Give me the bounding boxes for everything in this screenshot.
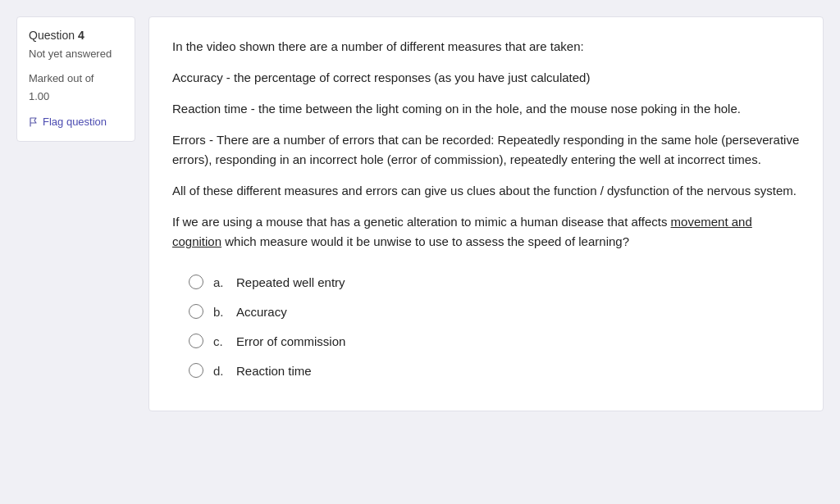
option-b-letter: b. bbox=[213, 305, 226, 319]
last-para-prefix: If we are using a mouse that has a genet… bbox=[172, 215, 671, 229]
question-status: Not yet answered bbox=[29, 47, 123, 61]
page-container: Question 4 Not yet answered Marked out o… bbox=[16, 16, 824, 411]
option-a-letter: a. bbox=[213, 275, 226, 289]
option-d-letter: d. bbox=[213, 364, 226, 378]
paragraph-3: Reaction time - the time between the lig… bbox=[172, 99, 800, 119]
option-b-text: Accuracy bbox=[236, 305, 287, 319]
answer-options: a. Repeated well entry b. Accuracy c. Er… bbox=[172, 275, 800, 378]
paragraph-1: In the video shown there are a number of… bbox=[172, 37, 800, 57]
option-a-text: Repeated well entry bbox=[236, 275, 345, 289]
radio-c[interactable] bbox=[189, 334, 203, 348]
radio-a[interactable] bbox=[189, 275, 203, 289]
option-c-text: Error of commission bbox=[236, 334, 345, 348]
flag-question-container[interactable]: Flag question bbox=[29, 115, 123, 129]
flag-icon bbox=[29, 117, 39, 127]
main-content: In the video shown there are a number of… bbox=[148, 16, 824, 411]
paragraph-2: Accuracy - the percentage of correct res… bbox=[172, 68, 800, 88]
option-c[interactable]: c. Error of commission bbox=[189, 334, 800, 348]
sidebar: Question 4 Not yet answered Marked out o… bbox=[16, 16, 135, 142]
option-b[interactable]: b. Accuracy bbox=[189, 304, 800, 319]
option-d-text: Reaction time bbox=[236, 364, 312, 378]
paragraph-5: All of these different measures and erro… bbox=[172, 181, 800, 201]
last-para-suffix: which measure would it be unwise to use … bbox=[221, 234, 629, 248]
marked-out-of-label: Marked out of bbox=[29, 71, 123, 86]
option-d[interactable]: d. Reaction time bbox=[189, 363, 800, 378]
option-a[interactable]: a. Repeated well entry bbox=[189, 275, 800, 289]
radio-d[interactable] bbox=[189, 363, 203, 378]
paragraph-6: If we are using a mouse that has a genet… bbox=[172, 212, 800, 252]
marked-out-of-value: 1.00 bbox=[29, 89, 123, 104]
option-c-letter: c. bbox=[213, 334, 226, 348]
paragraph-4: Errors - There are a number of errors th… bbox=[172, 130, 800, 170]
question-label: Question 4 bbox=[29, 29, 123, 42]
flag-question-link[interactable]: Flag question bbox=[43, 115, 107, 129]
radio-b[interactable] bbox=[189, 304, 203, 319]
